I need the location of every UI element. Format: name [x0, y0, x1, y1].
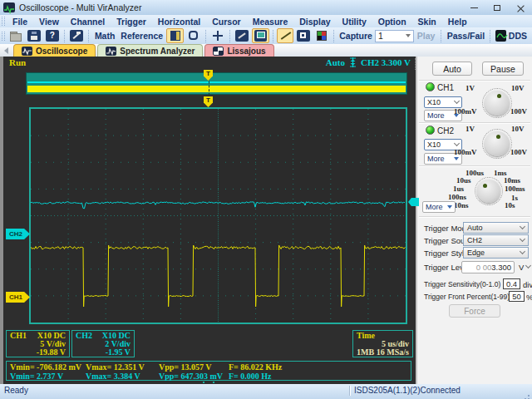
- close-icon: [517, 4, 525, 12]
- knob-indicator-dot: [497, 94, 501, 98]
- chevron-down-icon: [406, 34, 411, 37]
- trigger-sensitivity-input[interactable]: 0.4: [503, 278, 520, 289]
- control-panel: Auto Pause CH1 X10 More 1V 10V 100mV 100…: [417, 57, 532, 384]
- color-button[interactable]: [313, 28, 330, 43]
- toolbar-separator: [229, 30, 230, 42]
- menubar: File View Channel Trigger Horizontal Cur…: [0, 15, 532, 27]
- ch1-attenuation-select[interactable]: X10: [424, 96, 462, 108]
- close-button[interactable]: [509, 0, 532, 15]
- timebase-knob[interactable]: [477, 180, 500, 203]
- square-dot-icon: [297, 30, 310, 42]
- menu-option[interactable]: Option: [372, 17, 412, 27]
- trigger-front-percent-input[interactable]: 50: [509, 291, 525, 302]
- ch2-volts-knob[interactable]: [485, 131, 510, 156]
- menubar-grip[interactable]: [2, 17, 5, 26]
- trigger-level-input[interactable]: 0 003.300: [461, 261, 515, 273]
- capture-count-select[interactable]: 1: [375, 30, 414, 42]
- ch2-knob-100v-label: 100V: [510, 148, 527, 156]
- menu-channel[interactable]: Channel: [65, 17, 111, 27]
- waveform-svg: [31, 109, 406, 323]
- menu-trigger[interactable]: Trigger: [111, 17, 152, 27]
- open-button[interactable]: [7, 28, 24, 43]
- ch1-enable-led[interactable]: [426, 82, 435, 91]
- ch2-enable-led[interactable]: [426, 126, 435, 135]
- ch1-name: CH1: [10, 332, 27, 340]
- ch1-ground-marker[interactable]: CH1: [6, 292, 30, 303]
- ch2-vpp: Vpp= 647.303 mV: [159, 372, 223, 381]
- record-overview-bar[interactable]: [26, 72, 407, 95]
- passfail-button[interactable]: Pass/Fail: [445, 28, 486, 43]
- timebase-more-select[interactable]: More: [422, 201, 456, 213]
- tab-spectrum-analyzer[interactable]: Spectrum Analyzer: [97, 44, 203, 57]
- move-button[interactable]: [209, 28, 226, 43]
- dds-label: DDS: [506, 31, 530, 41]
- trigger-position-marker-plot[interactable]: T: [204, 96, 213, 107]
- ch2-vmin: Vmin= 2.737 V: [10, 372, 63, 381]
- knob-indicator-dot: [483, 184, 487, 188]
- trigger-source-select[interactable]: CH2: [463, 234, 529, 246]
- display-capture-button[interactable]: [252, 28, 269, 43]
- resize-grip[interactable]: [528, 395, 530, 397]
- dot-display-button[interactable]: [295, 28, 312, 43]
- menu-cursor[interactable]: Cursor: [206, 17, 246, 27]
- force-trigger-button[interactable]: Force: [449, 304, 500, 318]
- statusbar: Ready ISDS205A(1.1)(2)Connected: [0, 384, 532, 399]
- trigger-style-select[interactable]: Edge: [463, 247, 529, 259]
- menu-utility[interactable]: Utility: [337, 17, 372, 27]
- ch1-volts-knob[interactable]: [485, 91, 510, 116]
- menu-file[interactable]: File: [7, 17, 33, 27]
- measure-tool-button[interactable]: [234, 28, 250, 43]
- save-button[interactable]: [26, 28, 42, 43]
- tools-button[interactable]: [68, 28, 85, 43]
- menu-display[interactable]: Display: [293, 17, 336, 27]
- acquisition-mode: Auto: [326, 57, 345, 67]
- menu-help[interactable]: Help: [442, 17, 473, 27]
- tab-lissajous[interactable]: Lissajous: [204, 44, 273, 57]
- menu-skin[interactable]: Skin: [412, 17, 442, 27]
- dds-button[interactable]: DDS: [494, 28, 531, 43]
- ch1-panel-label: CH1: [437, 83, 454, 92]
- trigger-front-percent-unit: %: [526, 293, 532, 302]
- ch2-position: -1.95 V: [76, 348, 131, 357]
- toolbar-separator: [441, 30, 441, 42]
- scope-display: Run Auto CH2 3.300 V T T CH2 CH1 CH1X10 …: [3, 57, 416, 384]
- chevron-down-icon: [454, 140, 460, 146]
- help-button[interactable]: ?: [44, 28, 61, 43]
- ch2-ground-marker[interactable]: CH2: [6, 229, 30, 239]
- trigger-style-value: Edge: [467, 249, 485, 257]
- toolbar-separator: [273, 30, 273, 42]
- auto-button[interactable]: Auto: [432, 62, 472, 76]
- tab-oscilloscope-label: Oscilloscope: [36, 47, 87, 56]
- math-button[interactable]: Math: [92, 28, 118, 43]
- pause-button[interactable]: Pause: [482, 62, 524, 76]
- help-icon: ?: [46, 30, 59, 42]
- tab-oscilloscope[interactable]: Oscilloscope: [13, 44, 96, 57]
- ch2-more-label: More: [427, 155, 445, 163]
- line-cursor-button[interactable]: [277, 28, 294, 43]
- tabbar: Oscilloscope Spectrum Analyzer Lissajous: [0, 44, 532, 57]
- tab-scroll-left-button[interactable]: [2, 46, 10, 56]
- ch2-knob-10v-label: 10V: [511, 125, 525, 133]
- time-info-box: Time 5 us/div 1MB16 MSa/s: [352, 330, 413, 357]
- trigger-level-marker[interactable]: [408, 198, 419, 206]
- trigger-style-label: Trigger Style: [424, 249, 469, 258]
- ch2-attenuation-value: X10: [427, 140, 441, 149]
- menu-horizontal[interactable]: Horizontal: [152, 17, 206, 27]
- menu-view[interactable]: View: [33, 17, 65, 27]
- maximize-button[interactable]: [485, 0, 509, 15]
- menu-measure[interactable]: Measure: [247, 17, 294, 27]
- ch1-frequency: F= 86.022 KHz: [229, 362, 282, 372]
- sample-rate: 16 MSa/s: [377, 348, 409, 357]
- panel-toggle-button[interactable]: [166, 28, 184, 43]
- play-button[interactable]: Play: [415, 28, 438, 43]
- toolbar-grip[interactable]: [2, 32, 5, 41]
- reference-button[interactable]: Reference: [119, 28, 165, 43]
- window-style-button[interactable]: [185, 28, 202, 43]
- overview-ch1-band: [27, 86, 406, 92]
- minimize-button[interactable]: [462, 0, 485, 15]
- chevron-down-icon[interactable]: [525, 263, 531, 268]
- minimize-icon: [470, 7, 478, 8]
- trigger-readout: Auto CH2 3.300 V: [326, 57, 411, 67]
- ch1-knob-100mv-label: 100mV: [454, 107, 477, 116]
- trigger-mode-select[interactable]: Auto: [463, 222, 529, 234]
